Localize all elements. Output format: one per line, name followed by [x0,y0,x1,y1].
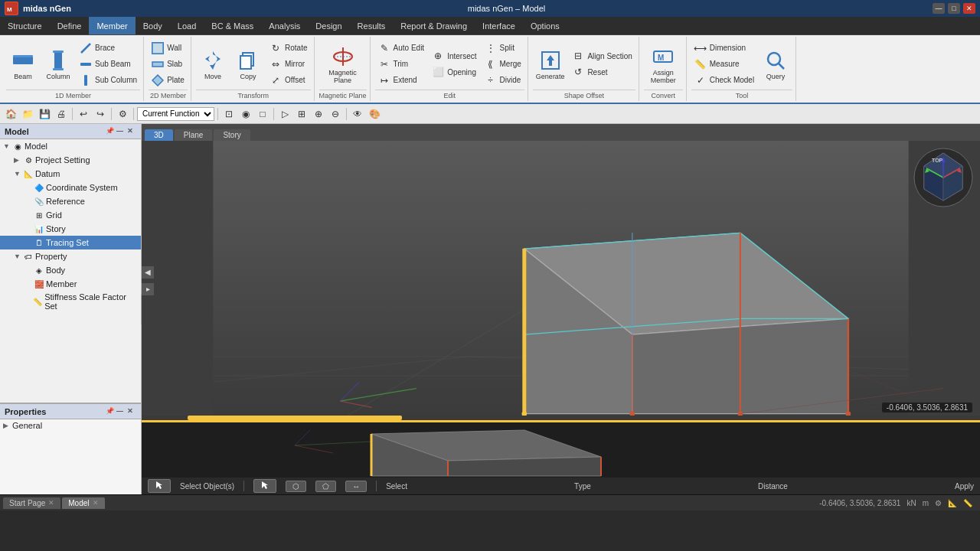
menu-results[interactable]: Results [350,17,394,34]
function-select[interactable]: Current Function [137,107,214,121]
svg-text:M: M [658,54,664,62]
extend-button[interactable]: ↦ Extend [375,73,428,88]
tb2-render[interactable]: 🎨 [367,106,382,122]
tab-start-page[interactable]: Start Page ✕ [3,497,60,509]
ribbon-group-shape-offset: Generate ⊟ Align Section ↺ Reset Shape O… [530,37,639,101]
subcolumn-icon [80,74,92,86]
tb2-view3[interactable]: □ [255,106,270,122]
tab-story[interactable]: Story [214,129,250,141]
close-button[interactable]: ✕ [963,3,975,14]
tb2-undo[interactable]: ↩ [76,106,91,122]
collapse-panel-button[interactable]: — [116,127,126,136]
tb2-redo[interactable]: ↪ [93,106,108,122]
model-tab-close[interactable]: ✕ [93,499,99,507]
magnetic-plane-button[interactable]: Magnetic Plane [325,43,360,86]
3d-viewport[interactable]: TOP ◀ ▸ -0.6406, 3.5036, 2.8631 [142,141,980,420]
tree-tracing-set[interactable]: 🗒 Tracing Set [0,236,141,249]
offset-button[interactable]: ⤢ Offset [266,73,310,88]
merge-button[interactable]: ⟪ Merge [482,57,524,72]
copy-button[interactable]: Copy [231,47,265,82]
tb2-view-options[interactable]: 👁 [350,106,365,122]
tree-reference[interactable]: 📎 Reference [0,194,141,208]
query-button[interactable]: Query [759,47,792,82]
tb2-view2[interactable]: ◉ [238,106,253,122]
tree-body[interactable]: ◈ Body [0,263,141,277]
generate-button[interactable]: Generate [533,47,568,82]
props-close-button[interactable]: ✕ [127,407,136,416]
auto-edit-button[interactable]: ✎ Auto Edit [375,41,428,56]
assign-member-button[interactable]: M Assign Member [646,43,680,86]
move-button[interactable]: Move [196,47,230,82]
menu-load[interactable]: Load [170,17,204,34]
tree-coord-sys[interactable]: 🔷 Coordinate System [0,181,141,194]
wall-button[interactable]: Wall [149,41,188,56]
invert-tool[interactable]: ↔ [345,481,367,492]
sub-beam-button[interactable]: Sub Beam [77,57,140,72]
svg-marker-21 [547,55,554,66]
tree-model[interactable]: ▼ ◉ Model [0,139,141,153]
props-collapse-button[interactable]: — [116,407,126,416]
mirror-button[interactable]: ⇔ Mirror [266,57,310,72]
opening-button[interactable]: ⬜ Opening [429,64,479,80]
beam-button[interactable]: Beam [6,47,40,82]
trim-button[interactable]: ✂ Trim [375,57,428,72]
view-ctrl-collapse[interactable]: ◀ [142,266,154,279]
view-ctrl-expand[interactable]: ▸ [142,283,154,295]
props-general[interactable]: ▶ General [0,419,141,432]
menu-interface[interactable]: Interface [475,17,523,34]
menu-design[interactable]: Design [308,17,349,34]
reset-button[interactable]: ↺ Reset [569,64,635,80]
maximize-button[interactable]: □ [948,3,960,14]
tb2-zoom-fit[interactable]: ⊞ [294,106,309,122]
divide-button[interactable]: ÷ Divide [482,73,524,88]
menu-member[interactable]: Member [89,17,135,34]
tree-member[interactable]: 🧱 Member [0,277,141,291]
menu-bc-mass[interactable]: BC & Mass [204,17,261,34]
props-pin-button[interactable]: 📌 [106,407,115,416]
fence-tool[interactable]: ⬠ [315,481,336,492]
rotate-button[interactable]: ↻ Rotate [266,41,310,56]
tb2-settings[interactable]: ⚙ [115,106,130,122]
dimension-button[interactable]: ⟷ Dimension [691,41,757,56]
tb2-print[interactable]: 🖨 [54,106,69,122]
tb2-save[interactable]: 💾 [37,106,52,122]
slab-button[interactable]: Slab [149,57,188,72]
tree-story[interactable]: 📊 Story [0,222,141,236]
check-model-button[interactable]: ✓ Check Model [691,73,757,88]
tab-model[interactable]: Model ✕ [62,497,104,509]
menu-analysis[interactable]: Analysis [261,17,308,34]
menu-structure[interactable]: Structure [0,17,50,34]
intersect-button[interactable]: ⊕ Intersect [429,48,479,64]
align-section-button[interactable]: ⊟ Align Section [569,48,635,64]
plate-button[interactable]: Plate [149,73,188,88]
tree-project-setting[interactable]: ▶ ⚙ Project Setting [0,153,141,167]
measure-button[interactable]: 📏 Measure [691,57,757,72]
tb2-zoom-in[interactable]: ⊕ [311,106,326,122]
select-tools[interactable] [253,479,276,493]
tab-plane[interactable]: Plane [175,129,213,141]
menu-define[interactable]: Define [50,17,90,34]
tree-datum[interactable]: ▼ 📐 Datum [0,167,141,181]
tb2-select-mode[interactable]: ▷ [277,106,292,122]
tb2-open[interactable]: 📁 [20,106,35,122]
tb2-zoom-out[interactable]: ⊖ [328,106,343,122]
split-button[interactable]: ⋮ Split [482,41,524,56]
menu-report[interactable]: Report & Drawing [393,17,475,34]
tree-property[interactable]: ▼ 🏷 Property [0,249,141,263]
column-button[interactable]: Column [41,47,75,82]
tree-grid[interactable]: ⊞ Grid [0,208,141,222]
sub-column-button[interactable]: Sub Column [77,73,140,88]
tab-3d[interactable]: 3D [145,129,173,141]
navcube[interactable]: TOP [913,147,974,208]
minimize-button[interactable]: — [933,3,945,14]
pin-button[interactable]: 📌 [106,127,115,136]
tb2-view1[interactable]: ⊡ [221,106,237,122]
close-panel-button[interactable]: ✕ [127,127,136,136]
menu-body[interactable]: Body [136,17,170,34]
start-page-tab-close[interactable]: ✕ [48,499,54,507]
tree-stiffness[interactable]: 📏 Stiffness Scale Factor Set [0,291,141,312]
brace-button[interactable]: Brace [77,41,140,56]
lasso-tool[interactable]: ⬡ [286,481,306,492]
tb2-home[interactable]: 🏠 [3,106,18,122]
menu-options[interactable]: Options [523,17,567,34]
